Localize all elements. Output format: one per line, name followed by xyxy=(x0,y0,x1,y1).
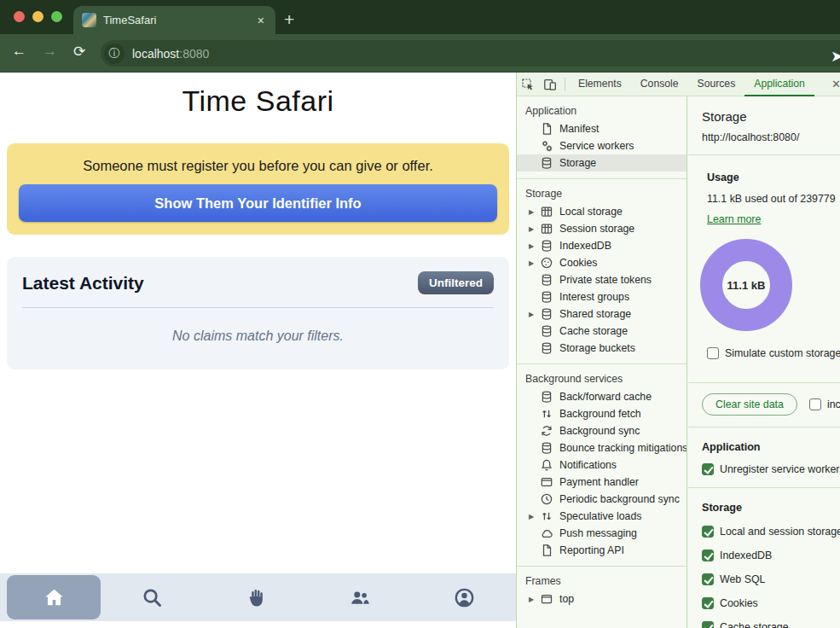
sidebar-item-cache-storage[interactable]: Cache storage xyxy=(517,323,686,340)
database-icon xyxy=(540,290,553,304)
clear-site-data-button[interactable]: Clear site data xyxy=(702,393,797,416)
panel-divider xyxy=(688,154,840,155)
checkbox-label: Unregister service workers xyxy=(720,463,840,475)
application-section-heading: Application xyxy=(688,441,840,453)
local-and-session-storage-checkbox[interactable] xyxy=(702,526,714,538)
database-icon xyxy=(540,156,553,170)
storage-panel-title: Storage xyxy=(688,109,840,124)
show-identifier-info-button[interactable]: Show Them Your Identifier Info xyxy=(19,184,497,222)
sidebar-item-bounce-tracking-mitigations[interactable]: Bounce tracking mitigations xyxy=(517,439,686,456)
sidebar-item-label: Payment handler xyxy=(559,476,639,488)
sidebar-item-cookies[interactable]: ▶Cookies xyxy=(517,254,686,271)
sidebar-item-label: Speculative loads xyxy=(559,510,641,522)
panel-divider xyxy=(688,487,840,488)
checkbox-label: Cookies xyxy=(720,597,758,609)
nav-hand-button[interactable] xyxy=(205,573,309,621)
toolbar-separator xyxy=(565,78,565,91)
people-icon xyxy=(349,586,372,609)
tab-close-icon[interactable]: × xyxy=(255,14,267,27)
nav-people-button[interactable] xyxy=(309,573,413,621)
file-icon xyxy=(540,122,553,136)
expander-icon[interactable]: ▶ xyxy=(529,513,540,520)
site-info-icon[interactable]: ⓘ xyxy=(104,44,125,64)
sidebar-section-frames: Frames xyxy=(517,567,686,590)
devtools-sidebar: ApplicationManifestService workersStorag… xyxy=(517,96,687,628)
sidebar-item-push-messaging[interactable]: Push messaging xyxy=(517,525,686,542)
nav-person-button[interactable] xyxy=(412,573,516,621)
minimize-window-button[interactable] xyxy=(32,11,43,22)
sidebar-item-background-sync[interactable]: Background sync xyxy=(517,422,686,439)
inspect-element-icon[interactable] xyxy=(517,76,539,93)
devtools-tab-elements[interactable]: Elements xyxy=(569,73,631,96)
expander-icon[interactable]: ▶ xyxy=(529,225,540,233)
table-icon xyxy=(540,222,553,236)
sidebar-item-private-state-tokens[interactable]: Private state tokens xyxy=(517,271,686,288)
zoom-window-button[interactable] xyxy=(51,11,62,22)
close-window-button[interactable] xyxy=(14,11,25,22)
forward-icon[interactable]: → xyxy=(43,43,57,60)
nav-home-button[interactable] xyxy=(7,575,101,619)
home-icon xyxy=(43,586,66,609)
close-devtools-icon[interactable]: ✕ xyxy=(831,78,840,90)
sidebar-item-label: Service workers xyxy=(559,140,634,152)
browser-tab-timesafari[interactable]: TimeSafari × xyxy=(73,6,275,34)
sidebar-item-payment-handler[interactable]: Payment handler xyxy=(517,474,686,491)
updown-icon xyxy=(540,407,553,421)
checkbox-label: Cache storage xyxy=(720,621,789,628)
sidebar-item-reporting-api[interactable]: Reporting API xyxy=(517,542,686,559)
sidebar-item-label: Shared storage xyxy=(559,308,631,320)
simulate-storage-label: Simulate custom storage xyxy=(725,347,840,359)
devtools-tab-console[interactable]: Console xyxy=(631,73,688,96)
panel-divider xyxy=(688,382,840,383)
sidebar-item-storage[interactable]: Storage xyxy=(517,154,686,172)
sidebar-item-indexeddb[interactable]: ▶IndexedDB xyxy=(517,237,686,254)
expander-icon[interactable]: ▶ xyxy=(529,259,540,267)
devtools-tab-sources[interactable]: Sources xyxy=(688,73,745,96)
unregister-service-workers-checkbox[interactable] xyxy=(702,463,714,475)
new-tab-button[interactable]: + xyxy=(284,8,294,32)
sidebar-item-manifest[interactable]: Manifest xyxy=(517,120,686,137)
sidebar-item-notifications[interactable]: Notifications xyxy=(517,456,686,474)
sidebar-item-label: Reporting API xyxy=(559,544,624,556)
devtools-tab-application[interactable]: Application xyxy=(744,73,814,96)
sidebar-item-shared-storage[interactable]: ▶Shared storage xyxy=(517,305,686,323)
sidebar-item-label: Storage xyxy=(559,157,596,169)
third-party-cookies-checkbox[interactable] xyxy=(809,398,821,410)
sidebar-item-service-workers[interactable]: Service workers xyxy=(517,137,686,154)
browser-window: TimeSafari × + ← → ⟳ ⓘ localhost:8080 ➤ … xyxy=(0,0,840,628)
expander-icon[interactable]: ▶ xyxy=(529,311,540,318)
reload-icon[interactable]: ⟳ xyxy=(73,43,85,61)
expander-icon[interactable]: ▶ xyxy=(529,596,540,603)
page-content: Time Safari Someone must register you be… xyxy=(0,73,516,628)
expander-icon[interactable]: ▶ xyxy=(529,208,540,216)
sidebar-item-speculative-loads[interactable]: ▶Speculative loads xyxy=(517,508,686,525)
cloud-icon xyxy=(540,526,553,540)
simulate-storage-checkbox[interactable] xyxy=(707,347,719,359)
back-icon[interactable]: ← xyxy=(12,43,26,60)
database-icon xyxy=(540,390,553,404)
expander-icon[interactable]: ▶ xyxy=(529,242,540,250)
sidebar-item-background-fetch[interactable]: Background fetch xyxy=(517,405,686,422)
latest-activity-card: Latest Activity Unfiltered No claims mat… xyxy=(7,257,509,369)
unfiltered-button[interactable]: Unfiltered xyxy=(418,271,494,294)
database-icon xyxy=(540,273,553,287)
sidebar-item-storage-buckets[interactable]: Storage buckets xyxy=(517,340,686,357)
usage-donut-chart: 11.1 kB xyxy=(700,239,792,331)
cookies-checkbox[interactable] xyxy=(702,597,714,609)
sidebar-item-session-storage[interactable]: ▶Session storage xyxy=(517,220,686,237)
sidebar-item-interest-groups[interactable]: Interest groups xyxy=(517,288,686,305)
sidebar-item-local-storage[interactable]: ▶Local storage xyxy=(517,203,686,220)
address-bar[interactable]: ⓘ localhost:8080 xyxy=(101,40,840,67)
nav-search-button[interactable] xyxy=(101,573,205,621)
sidebar-item-top[interactable]: ▶top xyxy=(517,590,686,608)
sidebar-section-application: Application xyxy=(517,96,686,120)
web-sql-checkbox[interactable] xyxy=(702,573,714,585)
device-toolbar-icon[interactable] xyxy=(539,76,561,93)
window-controls[interactable] xyxy=(14,11,62,22)
cache-storage-checkbox[interactable] xyxy=(702,621,714,628)
indexeddb-checkbox[interactable] xyxy=(702,550,714,561)
sidebar-item-label: Interest groups xyxy=(559,291,629,303)
learn-more-link[interactable]: Learn more xyxy=(707,213,761,225)
sidebar-item-periodic-background-sync[interactable]: Periodic background sync xyxy=(517,491,686,508)
sidebar-item-back-forward-cache[interactable]: Back/forward cache xyxy=(517,388,686,405)
